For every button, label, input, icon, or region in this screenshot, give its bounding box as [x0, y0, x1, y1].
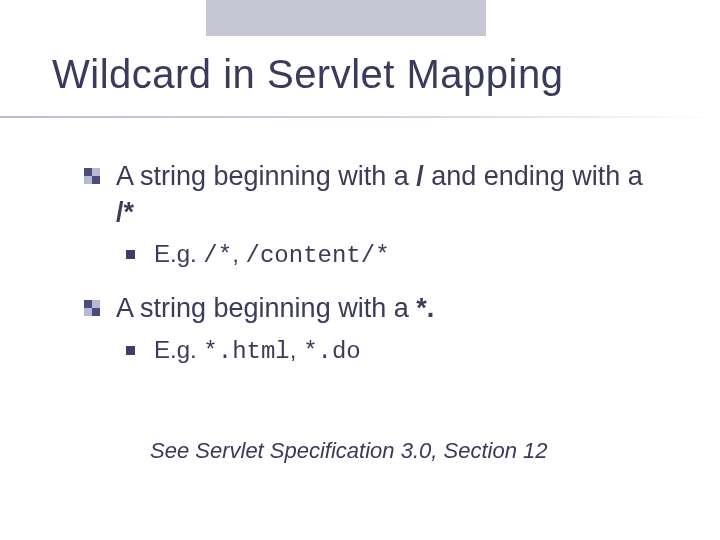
bullet1-text-b: /: [416, 161, 424, 191]
bullet2-text-a: A string beginning with a: [116, 293, 416, 323]
sub1-code2: /content/*: [246, 242, 390, 269]
square-bullet-icon: [126, 250, 135, 259]
sub2-prefix: E.g.: [154, 336, 203, 363]
title-underline: [0, 116, 720, 118]
bullet-level1: A string beginning with a *.: [84, 290, 660, 326]
square-bullet-icon: [126, 346, 135, 355]
bullet-level2: E.g. *.html, *.do: [84, 333, 660, 369]
bullet1-text-d: /*: [116, 197, 134, 227]
slide-title: Wildcard in Servlet Mapping: [52, 52, 564, 97]
sub2-sep: ,: [290, 336, 303, 363]
bullet-level1: A string beginning with a / and ending w…: [84, 158, 660, 231]
sub1-code1: /*: [203, 242, 232, 269]
square-quad-bullet-icon: [84, 168, 100, 184]
sub2-code1: *.html: [203, 338, 289, 365]
bullet2-text-b: *.: [416, 293, 434, 323]
sub1-prefix: E.g.: [154, 240, 203, 267]
bullet-level2: E.g. /*, /content/*: [84, 237, 660, 273]
sub2-code2: *.do: [303, 338, 361, 365]
slide: Wildcard in Servlet Mapping A string beg…: [0, 0, 720, 540]
square-quad-bullet-icon: [84, 300, 100, 316]
footer-note: See Servlet Specification 3.0, Section 1…: [150, 438, 547, 464]
sub1-sep: ,: [232, 240, 245, 267]
slide-body: A string beginning with a / and ending w…: [84, 158, 660, 387]
bullet1-text-c: and ending with a: [424, 161, 643, 191]
bullet1-text-a: A string beginning with a: [116, 161, 416, 191]
decorative-top-band: [206, 0, 486, 36]
